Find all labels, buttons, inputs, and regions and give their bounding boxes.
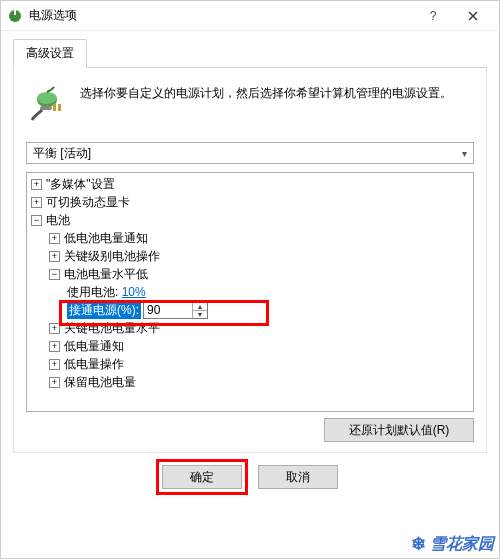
description-row: 选择你要自定义的电源计划，然后选择你希望计算机管理的电源设置。 — [22, 80, 478, 138]
tree-label: "多媒体"设置 — [46, 176, 115, 193]
svg-rect-5 — [53, 104, 56, 111]
plugged-in-value-input[interactable] — [144, 302, 192, 318]
power-plan-dropdown[interactable]: 平衡 [活动] ▾ — [26, 142, 474, 164]
collapse-icon[interactable]: − — [31, 215, 42, 226]
tree-label: 使用电池: — [67, 284, 118, 301]
expand-icon[interactable]: + — [31, 197, 42, 208]
cancel-button[interactable]: 取消 — [258, 465, 338, 489]
window-title: 电源选项 — [29, 7, 413, 24]
tree-label: 关键电池电量水平 — [64, 320, 160, 337]
watermark: ❄ 雪花家园 — [411, 533, 494, 555]
client-area: 高级设置 选择你要自定义的电源计划，然后选择你希望计算机管理的电源设置。 — [1, 31, 499, 499]
ok-button[interactable]: 确定 — [162, 465, 242, 489]
expand-icon[interactable]: + — [49, 341, 60, 352]
tab-strip: 高级设置 — [13, 39, 487, 68]
spinner-down-icon[interactable]: ▼ — [193, 310, 207, 318]
expand-icon[interactable]: + — [49, 359, 60, 370]
expand-icon[interactable]: + — [49, 323, 60, 334]
power-options-window: 电源选项 ? 高级设置 — [0, 0, 500, 559]
snowflake-icon: ❄ — [411, 533, 426, 555]
close-button[interactable] — [453, 2, 493, 30]
titlebar: 电源选项 ? — [1, 1, 499, 31]
collapse-icon[interactable]: − — [49, 269, 60, 280]
plugged-in-spinner[interactable]: ▲ ▼ — [143, 301, 208, 319]
tree-item-critical-battery-action[interactable]: + 关键级别电池操作 — [27, 247, 473, 265]
description-text: 选择你要自定义的电源计划，然后选择你希望计算机管理的电源设置。 — [80, 84, 452, 124]
help-button[interactable]: ? — [413, 2, 453, 30]
tab-advanced-settings[interactable]: 高级设置 — [13, 39, 87, 68]
chevron-down-icon: ▾ — [462, 148, 467, 159]
tree-item-low-battery-notify[interactable]: + 低电池电量通知 — [27, 229, 473, 247]
tree-label: 关键级别电池操作 — [64, 248, 160, 265]
tree-item-on-battery[interactable]: 使用电池: 10% — [27, 283, 473, 301]
tree-item-low-action[interactable]: + 低电量操作 — [27, 355, 473, 373]
plugged-in-label-selected: 接通电源(%): — [67, 302, 141, 319]
app-icon — [7, 8, 23, 24]
restore-defaults-button[interactable]: 还原计划默认值(R) — [324, 418, 474, 442]
tree-label: 低电量操作 — [64, 356, 124, 373]
tree-label: 低电量通知 — [64, 338, 124, 355]
tree-item-plugged-in[interactable]: 接通电源(%): ▲ ▼ — [27, 301, 473, 319]
tree-label: 电池电量水平低 — [64, 266, 148, 283]
expand-icon[interactable]: + — [49, 251, 60, 262]
tree-label: 保留电池电量 — [64, 374, 136, 391]
tree-item-low-notify-2[interactable]: + 低电量通知 — [27, 337, 473, 355]
settings-tree[interactable]: + "多媒体"设置 + 可切换动态显卡 − 电池 + 低电池电量通知 + — [26, 172, 474, 412]
tree-item-battery[interactable]: − 电池 — [27, 211, 473, 229]
tree-item-low-battery-level[interactable]: − 电池电量水平低 — [27, 265, 473, 283]
watermark-text: 雪花家园 — [430, 534, 494, 555]
svg-rect-4 — [40, 106, 52, 110]
tree-item-critical-battery-level[interactable]: + 关键电池电量水平 — [27, 319, 473, 337]
power-plan-icon — [30, 84, 70, 124]
power-plan-selected: 平衡 [活动] — [33, 145, 91, 162]
expand-icon[interactable]: + — [31, 179, 42, 190]
tree-label: 低电池电量通知 — [64, 230, 148, 247]
spinner-up-icon[interactable]: ▲ — [193, 302, 207, 310]
expand-icon[interactable]: + — [49, 377, 60, 388]
tree-item-multimedia[interactable]: + "多媒体"设置 — [27, 175, 473, 193]
tab-panel: 选择你要自定义的电源计划，然后选择你希望计算机管理的电源设置。 平衡 [活动] … — [13, 68, 487, 453]
tree-item-switchable-gpu[interactable]: + 可切换动态显卡 — [27, 193, 473, 211]
on-battery-value-link[interactable]: 10% — [122, 285, 146, 299]
expand-icon[interactable]: + — [49, 233, 60, 244]
svg-rect-1 — [14, 10, 16, 15]
dialog-button-row: 确定 取消 — [13, 453, 487, 489]
svg-point-3 — [37, 92, 57, 104]
svg-rect-6 — [58, 104, 61, 111]
tree-label: 可切换动态显卡 — [46, 194, 130, 211]
tree-label: 电池 — [46, 212, 70, 229]
tree-item-reserve-battery-level[interactable]: + 保留电池电量 — [27, 373, 473, 391]
